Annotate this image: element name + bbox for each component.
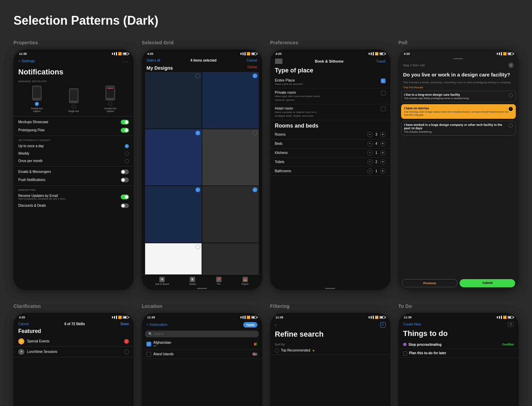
radio-row-0[interactable]: Up to once a day ✓ [14, 142, 134, 150]
todo-confirm-btn-0[interactable]: Confirm [502, 343, 514, 346]
stepper-rooms-minus[interactable]: − [367, 132, 373, 137]
toggle-0[interactable] [121, 120, 129, 125]
radio-row-2[interactable]: Once per month [14, 157, 134, 165]
loc-apply-btn[interactable]: Apply [243, 322, 257, 328]
pref-nav-link[interactable]: Travel [376, 60, 385, 63]
pref-item-hotel[interactable]: Hotel room Have a private or shared room… [270, 104, 390, 120]
design-cell-1[interactable]: ✓ [202, 72, 259, 129]
toggle-row-push[interactable]: Push Notifications [14, 176, 134, 184]
loc-item-0[interactable]: ✓ Afghanistan AF 🇦🇫 [142, 339, 262, 350]
stepper-toilets-minus[interactable]: − [367, 159, 373, 165]
toggle-row-0[interactable]: Mockups Showcase [14, 118, 134, 126]
toggle-emails[interactable] [121, 170, 129, 174]
stepper-beds: Beds − 4 + [270, 139, 390, 149]
pref-item-entire[interactable]: Entire Place Have a jerk for yourself ✓ [270, 76, 390, 88]
poll-option-1[interactable]: I have no worries One morning, when Greg… [401, 104, 516, 119]
stepper-beds-minus[interactable]: − [367, 141, 373, 146]
todo-item-0[interactable]: Stop procrastinating Confirm [398, 341, 518, 349]
design-cell-4[interactable]: ✓ [145, 186, 202, 243]
poll-option-0[interactable]: I live in a long-term design care facili… [401, 91, 516, 102]
clar-item-0[interactable]: ★ Special Events ✓ [14, 336, 134, 347]
delete-label: Delete [189, 283, 196, 285]
toolbar-delete[interactable]: 🗑 Delete [189, 277, 196, 285]
filt-filter-btn[interactable]: ⊡ [380, 322, 386, 328]
poll-option-text-2: I have worked in a huge design company o… [404, 123, 509, 133]
mockup-item-2[interactable]: Double linecaption [105, 86, 116, 113]
poll-close-btn[interactable]: ✕ [508, 63, 514, 68]
toggle-push[interactable] [121, 178, 129, 182]
preferences-section: Preferences 4:20 📶 Book & Sithome [270, 40, 390, 290]
toggle-emails-label: Emails & Messengers [18, 170, 51, 174]
toggle-1[interactable] [121, 128, 129, 133]
loc-search-bar[interactable]: 🔍 Search [145, 331, 258, 337]
design-cell-3[interactable] [202, 129, 259, 186]
design-cell-0[interactable] [145, 72, 202, 129]
clar-item-1[interactable]: ☀ Lunchtime Sessions [14, 347, 134, 357]
pref-section-title: Type of place [270, 66, 390, 76]
stepper-kitchens: Kitchens − 1 + [270, 149, 390, 158]
toggle-row-email-updates[interactable]: Receive Updates by Email New components,… [14, 192, 134, 202]
poll-submit-btn[interactable]: Submit [460, 279, 515, 287]
filt-radio-label-0: Top Recommended [281, 348, 310, 352]
toolbar-export[interactable]: 📤 Export [242, 277, 249, 285]
toolbar-pin[interactable]: 📌 Pin [216, 277, 222, 285]
poll-radio-0 [509, 93, 513, 97]
toggle-email-updates[interactable] [121, 195, 129, 199]
todo-item-1[interactable]: Plan this to-do for later [398, 349, 518, 358]
toggle-row-emails[interactable]: Emails & Messengers [14, 168, 134, 176]
poll-prev-btn[interactable]: Previous [402, 279, 458, 287]
design-cell-6[interactable] [145, 243, 202, 274]
radio-row-1[interactable]: Weekly [14, 150, 134, 157]
mbottom2 [107, 98, 114, 99]
todo-create-btn[interactable]: Create New [403, 322, 421, 326]
poll-section: Poll 4:20 📶 Step [398, 40, 518, 290]
toggle-row-discounts[interactable]: Discounts & Deals [14, 202, 134, 210]
cell-sel-check-1: ✓ [253, 73, 257, 78]
poll-results-link[interactable]: This Poll Results [398, 85, 518, 90]
sg-toolbar: ⊞ Add to Board 🗑 Delete 📌 Pin 📤 Export [142, 274, 262, 288]
toggle-row-1[interactable]: Prototypung Flow [14, 126, 134, 134]
back-button[interactable]: < Settings [18, 59, 35, 65]
stepper-bathrooms-plus[interactable]: + [380, 168, 386, 174]
design-cell-7[interactable] [202, 243, 259, 274]
stepper-bathrooms-minus[interactable]: − [367, 168, 373, 174]
status-time: 11:39 [19, 52, 27, 55]
radio-empty-2 [125, 159, 129, 163]
clar-item-left-0: ★ Special Events [18, 338, 49, 344]
stepper-toilets-plus[interactable]: + [380, 159, 386, 165]
pref-checkbox-0: ✓ [381, 78, 386, 83]
loc-back-btn[interactable]: < Geolocation [146, 323, 167, 326]
stepper-beds-plus[interactable]: + [380, 141, 386, 146]
selected-grid-label: Selected Grid [142, 40, 262, 45]
pref-item-private[interactable]: Private room Have your own room and shar… [270, 88, 390, 104]
clar-cancel-btn[interactable]: Cancel [18, 322, 29, 326]
sg-delete-btn[interactable]: Delete [248, 65, 257, 71]
mockup-item-1[interactable]: Single line [68, 88, 79, 113]
loc-item-1[interactable]: Aland Islands 🇦🇽 [142, 350, 262, 359]
sg-cancel-btn[interactable]: Cancel [247, 59, 257, 62]
toggle-discounts[interactable] [121, 203, 129, 208]
poll-phone: 4:20 📶 Step 2 from 148 ✕ [398, 49, 518, 290]
todo-icon-btn[interactable]: ⊡ [508, 322, 514, 327]
design-cell-2[interactable]: ✓ [145, 129, 202, 186]
poll-radio-2 [509, 123, 513, 128]
filt-back-btn[interactable]: ‹ [275, 322, 280, 328]
filt-radio-row-0[interactable]: Top Recommended ★ [270, 347, 390, 355]
toolbar-add-board[interactable]: ⊞ Add to Board [155, 277, 169, 285]
clar-done-btn[interactable]: Done [120, 322, 129, 326]
mscreen1 [70, 90, 77, 100]
filtering-label: Filtering [270, 303, 390, 309]
manage-mockups-label: MANAGE MOCKUPS [14, 78, 134, 84]
poll-option-2[interactable]: I have worked in a huge design company o… [401, 121, 516, 136]
pref-spacer [270, 176, 390, 288]
stepper-kitchens-plus[interactable]: + [380, 150, 386, 156]
dots-button[interactable]: ··· [122, 59, 129, 65]
poll-wifi-icon: 📶 [503, 52, 507, 55]
stepper-rooms-plus[interactable]: + [380, 132, 386, 137]
radio-label-1: Weekly [18, 152, 29, 155]
sg-battery [251, 52, 257, 55]
mockup-item-0[interactable]: ✓ Double linecaption [31, 86, 43, 113]
stepper-kitchens-minus[interactable]: − [367, 150, 373, 156]
select-all-btn[interactable]: Select all [146, 59, 160, 62]
design-cell-5[interactable]: ✓ [202, 186, 259, 243]
